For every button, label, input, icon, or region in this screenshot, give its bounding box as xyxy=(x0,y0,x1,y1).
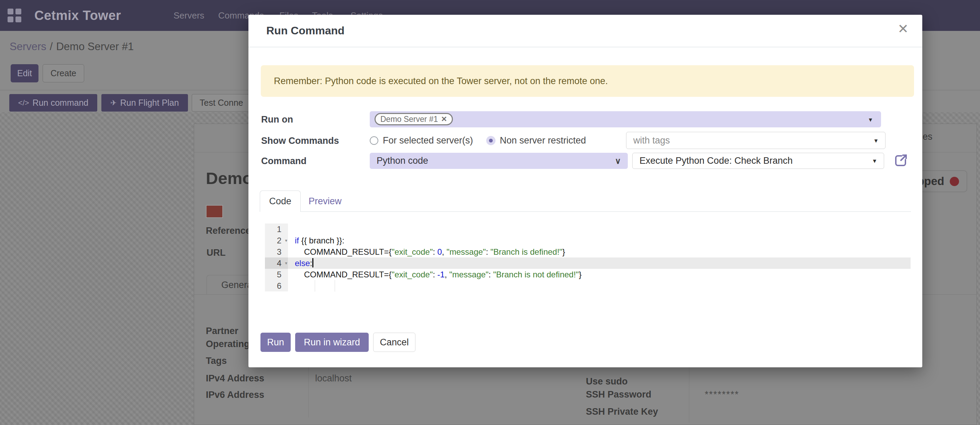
tags-label: Tags xyxy=(206,356,227,366)
screen: Cetmix Tower Servers Commands Files Tool… xyxy=(0,0,980,425)
app-brand[interactable]: Cetmix Tower xyxy=(34,0,121,31)
ssh-password-value: ******** xyxy=(705,389,739,400)
text-cursor xyxy=(312,258,313,267)
radio-for-selected-servers[interactable]: For selected server(s) xyxy=(370,135,473,146)
cancel-button[interactable]: Cancel xyxy=(373,333,415,352)
smart-button-partial[interactable]: es xyxy=(923,132,932,142)
radio-non-server-restricted[interactable]: Non server restricted xyxy=(486,135,586,146)
run-command-modal: Run Command ✕ Remember: Python code is e… xyxy=(248,15,922,367)
partner-label: Partner xyxy=(206,326,239,336)
radio-off-icon[interactable] xyxy=(370,136,378,145)
indent-guide xyxy=(335,280,335,292)
nav-item-servers[interactable]: Servers xyxy=(173,0,204,31)
run-on-dropdown-caret[interactable]: ▾ xyxy=(869,115,872,123)
edit-button[interactable]: Edit xyxy=(11,64,38,82)
ssh-password-label: SSH Password xyxy=(586,389,652,400)
fold-toggle-icon[interactable]: ▾ xyxy=(285,235,287,246)
code-editor[interactable]: 12▾34▾56 if {{ branch }}: COMMAND_RESULT… xyxy=(265,224,911,292)
ipv4-value: localhost xyxy=(315,373,352,384)
close-icon[interactable]: ✕ xyxy=(897,22,908,35)
apps-grid-icon[interactable] xyxy=(8,9,21,22)
gutter-line-number[interactable]: 5 xyxy=(265,269,288,280)
indent-guide xyxy=(315,280,315,292)
breadcrumb-separator: / xyxy=(46,41,56,52)
show-commands-radios: For selected server(s) Non server restri… xyxy=(370,132,586,149)
tags-select[interactable]: with tags ▾ xyxy=(626,132,886,149)
url-label: URL xyxy=(207,247,226,258)
external-link-icon[interactable] xyxy=(893,153,908,168)
server-chip: Demo Server #1 ✕ xyxy=(375,113,453,125)
ssh-private-key-label: SSH Private Key xyxy=(586,406,658,417)
modal-title: Run Command xyxy=(266,15,345,47)
breadcrumb: Servers/Demo Server #1 xyxy=(10,41,134,53)
create-button[interactable]: Create xyxy=(43,64,84,82)
tab-bar-divider xyxy=(260,211,911,212)
tab-code[interactable]: Code xyxy=(260,190,301,212)
code-line[interactable]: if {{ branch }}: xyxy=(288,235,911,246)
gutter-line-number[interactable]: 3 xyxy=(265,246,288,257)
command-label: Command xyxy=(261,156,307,167)
status-stopped-dot xyxy=(950,177,959,186)
modal-header: Run Command ✕ xyxy=(248,15,922,48)
chip-remove-icon[interactable]: ✕ xyxy=(441,115,447,123)
code-icon: </> xyxy=(18,98,29,108)
type-chevron-icon: ∨ xyxy=(615,156,621,166)
command-select[interactable]: Execute Python Code: Check Branch ▾ xyxy=(632,153,884,169)
fold-toggle-icon[interactable]: ▾ xyxy=(285,257,287,269)
code-line[interactable]: else: xyxy=(288,257,911,269)
operating-label: Operating xyxy=(206,339,250,349)
ipv6-label: IPv6 Address xyxy=(206,390,264,400)
gutter-line-number[interactable]: 1 xyxy=(265,224,288,235)
plane-icon: ✈ xyxy=(110,98,116,108)
run-button[interactable]: Run xyxy=(261,333,291,352)
reference-label: Reference xyxy=(206,225,251,236)
command-caret-icon: ▾ xyxy=(873,157,876,165)
use-sudo-label: Use sudo xyxy=(586,376,628,387)
code-line[interactable] xyxy=(288,224,911,235)
python-warning-alert: Remember: Python code is executed on the… xyxy=(261,65,914,97)
editor-gutter: 12▾34▾56 xyxy=(265,224,288,292)
code-line[interactable]: COMMAND_RESULT={"exit_code": -1, "messag… xyxy=(288,269,911,280)
ipv4-label: IPv4 Address xyxy=(206,373,264,384)
gutter-line-number[interactable]: 2▾ xyxy=(265,235,288,246)
tab-preview[interactable]: Preview xyxy=(303,190,347,212)
editor-lines: if {{ branch }}: COMMAND_RESULT={"exit_c… xyxy=(288,224,911,292)
radio-on-icon[interactable] xyxy=(486,136,495,145)
run-on-label: Run on xyxy=(261,114,293,125)
run-in-wizard-button[interactable]: Run in wizard xyxy=(295,333,369,352)
code-line[interactable] xyxy=(288,280,911,292)
server-color-swatch[interactable] xyxy=(207,206,222,217)
code-line[interactable]: COMMAND_RESULT={"exit_code": 0, "message… xyxy=(288,246,911,257)
tags-caret-icon: ▾ xyxy=(874,136,878,144)
server-title: Demo xyxy=(206,168,253,188)
gutter-line-number[interactable]: 4▾ xyxy=(265,257,288,269)
run-command-button[interactable]: </> Run command xyxy=(9,94,97,111)
show-commands-label: Show Commands xyxy=(261,136,339,146)
breadcrumb-servers-link[interactable]: Servers xyxy=(10,41,46,52)
breadcrumb-current: Demo Server #1 xyxy=(56,41,134,52)
run-flight-plan-button[interactable]: ✈ Run Flight Plan xyxy=(101,94,188,111)
run-on-field[interactable]: Demo Server #1 ✕ ▾ xyxy=(370,111,881,127)
gutter-line-number[interactable]: 6 xyxy=(265,280,288,292)
command-type-select[interactable]: Python code ∨ xyxy=(370,153,628,169)
